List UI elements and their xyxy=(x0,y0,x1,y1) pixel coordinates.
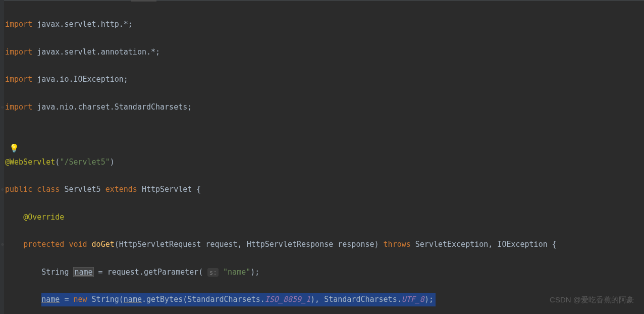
import-path: java.nio.charset.StandardCharsets; xyxy=(32,102,192,112)
paren: ) xyxy=(110,158,115,167)
code-line: String name = request.getParameter( s: "… xyxy=(5,266,644,280)
keyword-import: import xyxy=(5,47,32,57)
keyword-extends: extends xyxy=(105,185,142,194)
method-doGet: doGet xyxy=(92,240,115,249)
type-string: String xyxy=(41,268,73,277)
paren: ); xyxy=(424,295,434,304)
text: ), StandardCharsets. xyxy=(310,295,402,304)
eq: = xyxy=(60,295,73,304)
code-line: ⊖ protected void doGet(HttpServletReques… xyxy=(5,238,644,252)
import-path: java.io.IOException; xyxy=(32,75,128,84)
import-path: javax.servlet.http.*; xyxy=(32,20,133,29)
tab-indicator xyxy=(131,0,156,2)
exceptions: ServletException, IOException { xyxy=(415,240,557,249)
fold-icon[interactable]: ⊖ xyxy=(0,238,5,251)
import-path: javax.servlet.annotation.*; xyxy=(32,47,160,57)
code-line: @Override xyxy=(5,211,644,225)
selected-code: name = new String(name.getBytes(Standard… xyxy=(41,293,436,306)
keyword-protected: protected xyxy=(23,240,69,249)
variable-name: name xyxy=(73,267,93,277)
code-line: import java.io.IOException; xyxy=(5,73,644,87)
code-line: import javax.servlet.annotation.*; xyxy=(5,45,644,60)
keyword-throws: throws xyxy=(384,240,415,249)
editor-top-border xyxy=(0,0,644,1)
code-line xyxy=(5,128,644,142)
keyword-import: import xyxy=(5,75,32,84)
static-utf8: UTF_8 xyxy=(402,295,424,304)
string-literal: "/Servlet5" xyxy=(60,158,110,167)
editor-gutter[interactable] xyxy=(0,0,4,314)
param-hint: s: xyxy=(207,268,219,277)
code-line: name = new String(name.getBytes(Standard… xyxy=(5,293,644,307)
code-line: ⊖import java.nio.charset.StandardCharset… xyxy=(5,100,644,115)
fold-icon[interactable]: ⊖ xyxy=(0,100,5,114)
variable-name: name xyxy=(124,295,142,304)
super-class: HttpServlet { xyxy=(142,185,201,194)
keyword-import: import xyxy=(5,102,32,112)
paren: ); xyxy=(250,268,259,277)
ctor: String( xyxy=(92,295,124,304)
keyword-class: class xyxy=(37,185,64,194)
code-line: import javax.servlet.http.*; xyxy=(5,18,644,32)
code-line: ⊖public class Servlet5 extends HttpServl… xyxy=(5,183,644,197)
keyword-public: public xyxy=(5,185,37,194)
method-call: .getBytes(StandardCharsets. xyxy=(142,295,265,304)
annotation-webservlet: @WebServlet xyxy=(5,158,55,167)
intention-bulb-icon[interactable]: 💡 xyxy=(9,141,19,156)
assignment: = request.getParameter( xyxy=(94,268,208,277)
params: (HttpServletRequest request, HttpServlet… xyxy=(115,240,384,249)
keyword-void: void xyxy=(69,240,91,249)
code-editor[interactable]: import javax.servlet.http.*; import java… xyxy=(0,0,644,314)
class-name: Servlet5 xyxy=(64,185,105,194)
variable-name: name xyxy=(41,295,60,304)
fold-icon[interactable]: ⊖ xyxy=(0,183,5,196)
static-iso: ISO_8859_1 xyxy=(265,295,310,304)
code-line: @WebServlet("/Servlet5") xyxy=(5,155,644,170)
watermark: CSDN @爱吃香蕉的阿豪 xyxy=(550,293,634,306)
string-literal: "name" xyxy=(219,268,250,277)
annotation-override: @Override xyxy=(23,213,64,222)
keyword-new: new xyxy=(73,295,91,304)
keyword-import: import xyxy=(5,20,32,29)
